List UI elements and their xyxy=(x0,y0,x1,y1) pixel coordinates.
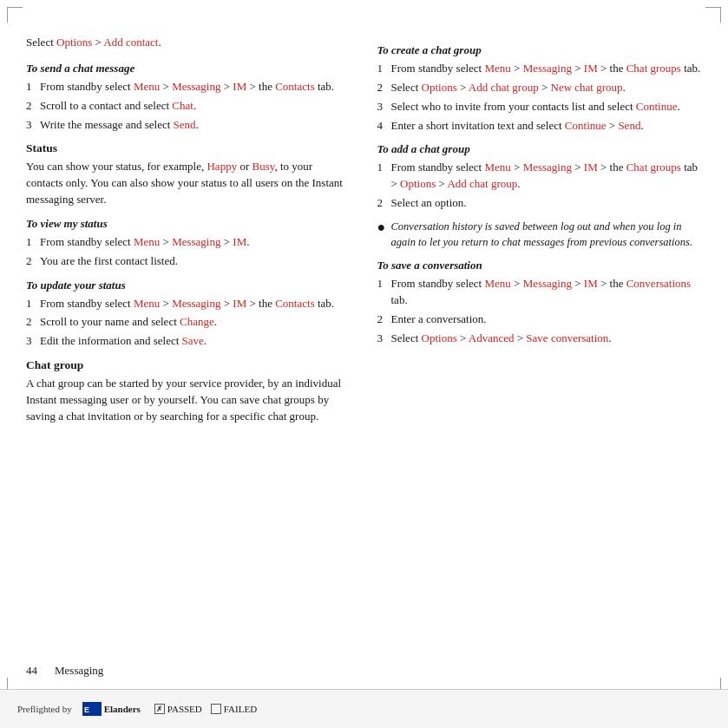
menu-link-ac1: Menu xyxy=(484,161,510,174)
send-item-2: 2 Scroll to a contact and select Chat. xyxy=(26,98,351,115)
messaging-link-sc1: Messaging xyxy=(523,277,572,290)
update-status-2-text: Scroll to your name and select Change. xyxy=(40,314,351,331)
cc-num-3: 3 xyxy=(377,99,391,115)
vs-num-2: 2 xyxy=(26,253,40,270)
save-conv-1: 1 From standby select Menu > Messaging >… xyxy=(377,276,703,309)
failed-checkbox xyxy=(211,704,221,714)
view-status-2: 2 You are the first contact listed. xyxy=(26,253,351,270)
busy-link: Busy xyxy=(252,160,274,173)
passed-checkbox: ✗ xyxy=(154,704,165,714)
update-status-3-text: Edit the information and select Save. xyxy=(40,333,351,350)
menu-link-1: Menu xyxy=(134,80,160,93)
num-1: 1 xyxy=(26,79,40,95)
messaging-link-us1: Messaging xyxy=(172,297,220,310)
menu-link-cc1: Menu xyxy=(484,62,510,75)
ac-num-2: 2 xyxy=(377,195,391,212)
options-link-sc3: Options xyxy=(422,331,457,344)
create-chat-3: 3 Select who to invite from your contact… xyxy=(377,99,703,115)
chat-link: Chat xyxy=(172,99,193,112)
messaging-link-cc1: Messaging xyxy=(523,62,572,75)
content-area: Select Options > Add contact. To send a … xyxy=(26,26,702,680)
footer-logo-area: Preflighted by E Elanders ✗ PASSED FAILE… xyxy=(17,702,257,716)
save-conversation-link-sc3: Save conversation xyxy=(526,331,608,344)
vs-num-1: 1 xyxy=(26,234,40,251)
chat-group-heading: Chat group xyxy=(26,358,351,372)
save-conv-heading: To save a conversation xyxy=(377,259,703,272)
options-link-cc2: Options xyxy=(422,81,457,94)
status-heading: Status xyxy=(26,141,351,155)
elanders-name: Elanders xyxy=(104,704,141,714)
footer-bar: Preflighted by E Elanders ✗ PASSED FAILE… xyxy=(0,689,728,728)
chat-group-para: A chat group can be started by your serv… xyxy=(26,376,351,425)
right-column: To create a chat group 1 From standby se… xyxy=(377,26,703,680)
options-link-ac1: Options xyxy=(400,177,436,190)
send-item-2-text: Scroll to a contact and select Chat. xyxy=(40,98,351,115)
page-footer-area: 44 Messaging xyxy=(26,664,103,678)
page-number: 44 xyxy=(26,664,37,678)
preflighted-text: Preflighted by xyxy=(17,704,72,714)
view-status-2-text: You are the first contact listed. xyxy=(40,253,351,270)
menu-link-sc1: Menu xyxy=(484,277,510,290)
im-link-cc1: IM xyxy=(584,62,598,75)
svg-text:E: E xyxy=(84,705,89,714)
send-link-cc4: Send xyxy=(618,119,640,132)
passed-label: PASSED xyxy=(167,704,202,714)
save-conv-3: 3 Select Options > Advanced > Save conve… xyxy=(377,331,703,347)
us-num-1: 1 xyxy=(26,296,40,312)
create-chat-heading: To create a chat group xyxy=(377,43,703,57)
menu-link-vs1: Menu xyxy=(134,235,160,248)
update-status-1: 1 From standby select Menu > Messaging >… xyxy=(26,296,351,312)
change-link: Change xyxy=(180,315,214,328)
messaging-link-vs1: Messaging xyxy=(172,235,220,248)
cc-num-2: 2 xyxy=(377,80,391,96)
ac-num-1: 1 xyxy=(377,160,391,193)
update-status-1-text: From standby select Menu > Messaging > I… xyxy=(40,296,351,312)
sc-num-1: 1 xyxy=(377,276,391,309)
contacts-link-us1: Contacts xyxy=(275,297,315,310)
messaging-link-1: Messaging xyxy=(172,80,220,93)
corner-mark-tr xyxy=(705,7,721,23)
contacts-tab-link: Contacts xyxy=(275,80,315,93)
failed-status: FAILED xyxy=(211,704,257,714)
view-status-1: 1 From standby select Menu > Messaging >… xyxy=(26,234,351,251)
conversation-note: ● Conversation history is saved between … xyxy=(377,219,703,250)
save-conv-3-text: Select Options > Advanced > Save convers… xyxy=(391,331,703,347)
add-chat-1-text: From standby select Menu > Messaging > I… xyxy=(391,160,703,193)
add-chat-2-text: Select an option. xyxy=(391,195,703,212)
menu-link-us1: Menu xyxy=(134,297,160,310)
period1: . xyxy=(158,36,161,49)
chat-groups-link-cc1: Chat groups xyxy=(626,62,681,75)
add-chat-heading: To add a chat group xyxy=(377,142,703,156)
chat-groups-tab-ac1: Chat groups xyxy=(626,161,681,174)
create-chat-2: 2 Select Options > Add chat group > New … xyxy=(377,80,703,96)
page-container: Select Options > Add contact. To send a … xyxy=(0,0,728,728)
im-link-1: IM xyxy=(233,80,246,93)
save-conv-2: 2 Enter a conversation. xyxy=(377,312,703,328)
save-conv-2-text: Enter a conversation. xyxy=(391,312,703,328)
view-status-1-text: From standby select Menu > Messaging > I… xyxy=(40,234,351,251)
cc-num-1: 1 xyxy=(377,61,391,77)
elanders-logo: E Elanders xyxy=(82,702,141,716)
note-text: Conversation history is saved between lo… xyxy=(391,219,703,250)
messaging-link-ac1: Messaging xyxy=(523,161,572,174)
send-item-1: 1 From standby select Menu > Messaging >… xyxy=(26,79,351,95)
sc-num-2: 2 xyxy=(377,312,391,328)
send-item-3: 3 Write the message and select Send. xyxy=(26,117,351,134)
us-num-2: 2 xyxy=(26,314,40,331)
passed-status: ✗ PASSED xyxy=(154,704,202,714)
update-status-heading: To update your status xyxy=(26,279,351,292)
corner-mark-tl xyxy=(7,7,23,23)
send-chat-heading: To send a chat message xyxy=(26,62,351,75)
view-status-heading: To view my status xyxy=(26,217,351,231)
continue-link-cc3: Continue xyxy=(636,100,678,113)
send-link: Send xyxy=(174,118,196,131)
create-chat-3-text: Select who to invite from your contacts … xyxy=(391,99,703,115)
im-link-vs1: IM xyxy=(233,235,246,248)
im-link-sc1: IM xyxy=(584,277,598,290)
num-2: 2 xyxy=(26,98,40,115)
im-link-ac1: IM xyxy=(584,161,598,174)
new-chat-group-link-cc2: New chat group xyxy=(551,81,623,94)
gt1: > xyxy=(92,36,103,49)
footer-status: ✗ PASSED FAILED xyxy=(154,704,257,714)
save-link-us: Save xyxy=(182,334,204,347)
